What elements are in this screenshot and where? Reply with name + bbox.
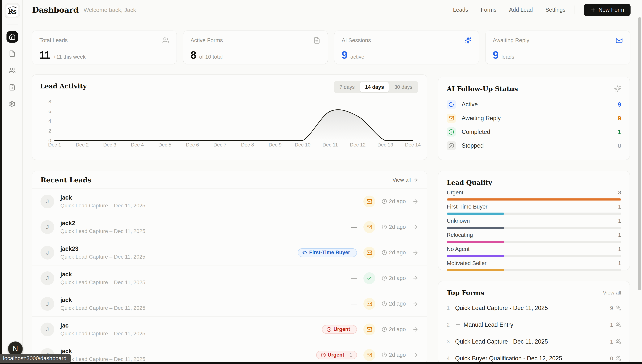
lead-row[interactable]: J jack Quick Lead Capture – Dec 11, 2025… (32, 291, 427, 317)
lead-form-source: Quick Lead Capture – Dec 11, 2025 (60, 203, 145, 209)
lead-dash: — (351, 275, 357, 282)
x-axis-tick: Dec 12 (344, 142, 371, 148)
mail-icon (366, 224, 372, 230)
lead-row[interactable]: J jack Quick Lead Capture – Dec 11, 2025… (32, 266, 427, 291)
top-form-row[interactable]: 1 Quick Lead Capture - Dec 11, 2025 9 (447, 300, 621, 316)
quality-bar-fill (447, 269, 504, 271)
nav-divider (574, 6, 575, 14)
lead-status-icon (363, 349, 375, 361)
row-arrow-icon[interactable] (412, 224, 418, 230)
plus-icon (455, 322, 461, 328)
recent-leads-title: Recent Leads (41, 176, 91, 184)
row-arrow-icon[interactable] (412, 198, 418, 204)
clock-icon (382, 301, 387, 306)
quality-bar-fill (447, 227, 504, 229)
clock-icon (382, 276, 387, 281)
lead-status-icon (363, 324, 375, 335)
lead-row[interactable]: J jack23 Quick Lead Capture – Dec 11, 20… (32, 240, 427, 266)
graduation-cap-icon (302, 250, 307, 255)
lead-dash: — (351, 198, 357, 205)
lead-name: jac (60, 322, 145, 329)
lead-status-icon (363, 298, 375, 310)
x-axis-tick: Dec 14 (399, 142, 426, 148)
stat-card-active-forms[interactable]: Active Forms 8 of 10 total (183, 30, 328, 64)
ai-status-rows: Active 9 Awaiting Reply 9 Completed 1 St… (447, 98, 621, 152)
row-arrow-icon[interactable] (412, 250, 418, 256)
top-forms-title: Top Forms (447, 289, 484, 296)
row-arrow-icon[interactable] (412, 326, 418, 332)
screen-left-edge (0, 0, 2, 364)
lead-form-source: Quick Lead Capture – Dec 11, 2025 (60, 330, 145, 337)
mail-icon (366, 352, 372, 358)
loader-icon (448, 102, 454, 107)
sidebar-divider (7, 24, 18, 24)
quality-bar-track (447, 198, 621, 200)
lead-status-icon (363, 196, 375, 208)
lead-row[interactable]: J jack2 Quick Lead Capture – Dec 11, 202… (32, 214, 427, 240)
lead-name: jack23 (60, 246, 145, 252)
top-form-row[interactable]: 2 Manual Lead Entry 1 (447, 316, 621, 333)
top-forms-view-all[interactable]: View all (603, 290, 621, 296)
row-arrow-icon[interactable] (412, 301, 418, 307)
recent-leads-list: J jack Quick Lead Capture – Dec 11, 2025… (32, 189, 427, 364)
stat-card-ai-sessions[interactable]: AI Sessions 9 active (334, 30, 479, 64)
mail-icon (448, 115, 454, 121)
recent-leads-card: Recent Leads View all J jack Quick Lead … (32, 171, 427, 364)
new-form-button[interactable]: New Form (584, 4, 630, 16)
logo-mark: Rs (6, 5, 18, 16)
ai-status-card: AI Follow-Up Status Active 9 Awaiting Re… (438, 77, 630, 160)
nav-link-leads[interactable]: Leads (453, 7, 468, 13)
nav-link-forms[interactable]: Forms (481, 7, 496, 13)
lead-form-source: Quick Lead Capture – Dec 11, 2025 (60, 228, 145, 234)
avatar: J (41, 297, 54, 311)
row-arrow-icon[interactable] (412, 275, 418, 281)
lead-quality-items: Urgent 3 First-Time Buyer 1 Unknown 1 Re… (447, 190, 621, 271)
x-axis-tick: Dec 11 (317, 142, 344, 148)
lead-form-source: Quick Lead Capture – Dec 11, 2025 (60, 356, 145, 362)
avatar: J (41, 246, 54, 260)
lead-form-source: Quick Lead Capture – Dec 11, 2025 (60, 305, 145, 311)
mail-icon (366, 301, 372, 307)
stat-card-total-leads[interactable]: Total Leads 11 +11 this week (32, 30, 177, 64)
app-logo[interactable]: Rs (5, 3, 20, 18)
y-axis-tick: 6 (36, 108, 51, 114)
quality-bar-fill (447, 241, 504, 243)
x-axis-tick: Dec 1 (41, 142, 68, 148)
clock-icon (321, 352, 326, 358)
nav-link-settings[interactable]: Settings (545, 7, 565, 13)
lead-row[interactable]: J jack Quick Lead Capture – Dec 11, 2025… (32, 342, 427, 364)
page-scrollbar[interactable] (638, 17, 641, 290)
x-axis-tick: Dec 7 (207, 142, 233, 148)
sidebar-item-add-form[interactable] (7, 82, 18, 93)
quality-bar-fill (447, 255, 504, 257)
check-icon (366, 276, 372, 281)
users-icon (615, 322, 621, 328)
lead-row[interactable]: J jac Quick Lead Capture – Dec 11, 2025 … (32, 317, 427, 342)
sidebar-item-forms[interactable] (7, 48, 18, 60)
lead-quality-card: Lead Quality Urgent 3 First-Time Buyer 1… (438, 171, 630, 270)
stat-card-awaiting-reply[interactable]: Awaiting Reply 9 leads (485, 30, 630, 64)
quality-item: Urgent 3 (447, 190, 621, 200)
lead-row[interactable]: J jack Quick Lead Capture – Dec 11, 2025… (32, 189, 427, 214)
screen-bottom-edge (0, 362, 642, 364)
x-axis-tick: Dec 3 (96, 142, 123, 148)
clock-icon (382, 224, 387, 230)
ai-status-row: Completed 1 (447, 125, 621, 139)
users-icon (9, 67, 16, 74)
clock-icon (382, 250, 387, 255)
nav-link-add-lead[interactable]: Add Lead (509, 7, 533, 13)
x-axis-tick: Dec 5 (152, 142, 178, 148)
ai-status-title: AI Follow-Up Status (447, 85, 518, 92)
file-text-icon (9, 50, 16, 57)
new-form-label: New Form (598, 7, 624, 13)
sidebar-item-home[interactable] (7, 31, 18, 42)
quality-bar-track (447, 212, 621, 215)
row-arrow-icon[interactable] (412, 352, 418, 358)
mail-icon (366, 250, 372, 256)
avatar: J (41, 322, 54, 336)
sidebar-item-leads[interactable] (7, 65, 18, 76)
sidebar-item-settings[interactable] (7, 98, 18, 110)
recent-leads-view-all[interactable]: View all (392, 177, 418, 183)
top-form-row[interactable]: 3 Quick Lead Capture - Dec 11, 2025 1 (447, 333, 621, 350)
x-axis-tick: Dec 2 (69, 142, 96, 148)
